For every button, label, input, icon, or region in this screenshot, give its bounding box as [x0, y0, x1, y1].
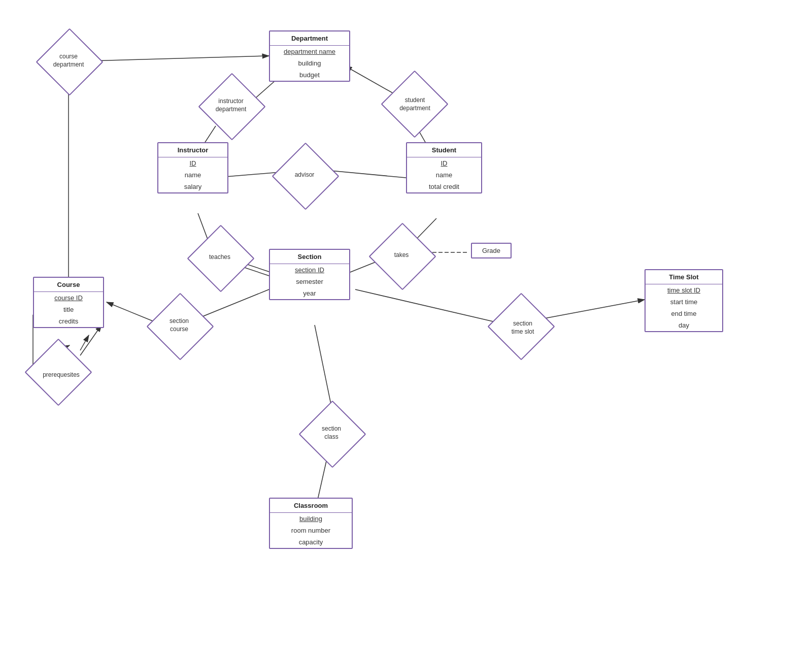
- svg-line-14: [107, 302, 156, 322]
- prereq-diamond: prerequesites: [35, 348, 88, 402]
- department-entity: Department department name building budg…: [269, 30, 350, 82]
- department-attr-name: department name: [270, 46, 349, 57]
- section-timeslot-label: sectiontime slot: [512, 320, 534, 336]
- instructor-title: Instructor: [158, 143, 227, 157]
- section-class-label: sectionclass: [322, 425, 341, 441]
- section-attr-year: year: [270, 287, 349, 299]
- student-department-label: studentdepartment: [399, 96, 430, 112]
- timeslot-attr-day: day: [646, 319, 722, 331]
- grade-label: Grade: [472, 244, 511, 257]
- svg-line-18: [315, 325, 332, 411]
- student-attr-credit: total credit: [407, 181, 481, 192]
- course-title: Course: [34, 278, 103, 292]
- section-course-diamond: sectioncourse: [156, 303, 202, 348]
- section-class-diamond: sectionclass: [309, 410, 354, 456]
- department-attr-budget: budget: [270, 69, 349, 81]
- svg-line-0: [89, 56, 269, 61]
- timeslot-attr-start: start time: [646, 296, 722, 308]
- course-attr-credits: credits: [34, 315, 103, 327]
- grade-box: Grade: [471, 243, 512, 258]
- timeslot-entity: Time Slot time slot ID start time end ti…: [645, 269, 723, 332]
- instructor-entity: Instructor ID name salary: [157, 142, 228, 193]
- svg-line-17: [355, 289, 497, 322]
- classroom-attr-room: room number: [270, 525, 352, 536]
- section-timeslot-diamond: sectiontime slot: [497, 303, 548, 353]
- instructor-department-label: instructordepartment: [216, 98, 247, 113]
- course-department-label: coursedepartment: [53, 53, 84, 69]
- instructor-department-diamond: instructordepartment: [208, 83, 254, 128]
- student-attr-name: name: [407, 169, 481, 181]
- teaches-diamond: teaches: [197, 235, 243, 280]
- classroom-title: Classroom: [270, 499, 352, 513]
- section-attr-semester: semester: [270, 276, 349, 287]
- prereq-label: prerequesites: [43, 371, 80, 379]
- classroom-entity: Classroom building room number capacity: [269, 498, 353, 549]
- timeslot-title: Time Slot: [646, 270, 722, 284]
- advisor-diamond: advisor: [282, 152, 327, 198]
- takes-diamond: takes: [379, 233, 424, 278]
- course-attr-title: title: [34, 304, 103, 315]
- instructor-attr-id: ID: [158, 157, 227, 169]
- timeslot-attr-id: time slot ID: [646, 284, 722, 296]
- instructor-attr-name: name: [158, 169, 227, 181]
- student-title: Student: [407, 143, 481, 157]
- timeslot-attr-end: end time: [646, 308, 722, 319]
- section-course-label: sectioncourse: [170, 317, 189, 333]
- advisor-label: advisor: [295, 171, 315, 179]
- department-title: Department: [270, 31, 349, 46]
- student-department-diamond: studentdepartment: [391, 80, 439, 128]
- classroom-attr-building: building: [270, 513, 352, 525]
- teaches-label: teaches: [209, 253, 230, 262]
- course-attr-id: course ID: [34, 292, 103, 304]
- course-entity: Course course ID title credits: [33, 277, 104, 328]
- section-title: Section: [270, 250, 349, 264]
- section-entity: Section section ID semester year: [269, 249, 350, 300]
- student-entity: Student ID name total credit: [406, 142, 482, 193]
- instructor-attr-salary: salary: [158, 181, 227, 192]
- classroom-attr-capacity: capacity: [270, 536, 352, 548]
- department-attr-building: building: [270, 57, 349, 69]
- student-attr-id: ID: [407, 157, 481, 169]
- course-department-diamond: coursedepartment: [46, 38, 91, 84]
- section-attr-id: section ID: [270, 264, 349, 276]
- takes-label: takes: [394, 251, 409, 259]
